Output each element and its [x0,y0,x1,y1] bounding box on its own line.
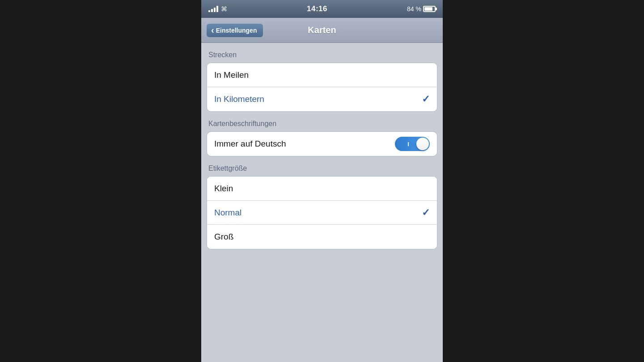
section-header-etikettgroesse: Etikettgröße [201,156,443,176]
section-header-strecken: Strecken [201,43,443,63]
strecken-group: In Meilen In Kilometern ✓ [207,63,437,112]
battery-icon [423,6,436,12]
list-item[interactable]: In Kilometern ✓ [207,87,437,111]
wifi-icon: ⌘ [221,5,227,13]
list-item[interactable]: Immer auf Deutsch I [207,132,437,156]
meilen-label: In Meilen [214,70,249,80]
status-time: 14:16 [307,4,327,13]
battery-percentage: 84 % [407,5,421,13]
nav-bar: Einstellungen Karten [201,18,443,43]
gross-label: Groß [214,232,233,242]
bottom-spacer [201,249,443,258]
status-bar: ⌘ 14:16 84 % [201,0,443,18]
kartenbeschriftungen-group: Immer auf Deutsch I [207,131,437,156]
kilometer-checkmark: ✓ [422,93,430,105]
list-item[interactable]: Normal ✓ [207,201,437,225]
kilometer-label: In Kilometern [214,94,264,104]
battery-fill [424,7,432,11]
content-area: Strecken In Meilen In Kilometern ✓ Karte… [201,43,443,362]
status-right: 84 % [407,5,436,13]
list-item[interactable]: In Meilen [207,63,437,87]
immer-deutsch-label: Immer auf Deutsch [214,139,286,149]
signal-bars-icon [208,6,218,12]
immer-deutsch-toggle[interactable]: I [395,137,430,151]
normal-checkmark: ✓ [422,207,430,219]
status-left: ⌘ [208,5,227,13]
section-header-kartenbeschriftungen: Kartenbeschriftungen [201,112,443,131]
klein-label: Klein [214,184,233,194]
nav-title: Karten [308,25,336,35]
toggle-knob [416,138,429,150]
list-item[interactable]: Groß [207,225,437,249]
back-button[interactable]: Einstellungen [207,24,263,37]
normal-label: Normal [214,208,242,218]
list-item[interactable]: Klein [207,177,437,201]
etikettgroesse-group: Klein Normal ✓ Groß [207,176,437,249]
phone-screen: ⌘ 14:16 84 % Einstellungen Karten Streck… [201,0,443,362]
toggle-label: I [407,141,409,147]
